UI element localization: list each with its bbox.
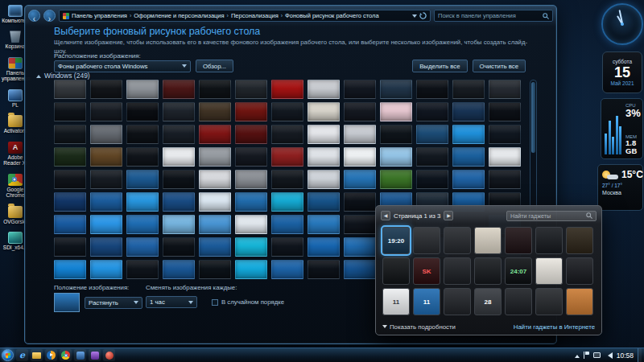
wallpaper-thumbnail[interactable] <box>163 192 195 212</box>
gadget-tile[interactable] <box>566 288 593 315</box>
forward-button[interactable] <box>43 10 56 22</box>
wallpaper-thumbnail[interactable] <box>199 125 231 144</box>
wallpaper-thumbnail[interactable] <box>308 102 340 121</box>
wallpaper-thumbnail[interactable] <box>416 147 448 167</box>
wallpaper-thumbnail[interactable] <box>344 215 376 234</box>
wallpaper-thumbnail[interactable] <box>54 80 86 99</box>
explorer-icon[interactable] <box>31 349 43 361</box>
wallpaper-thumbnail[interactable] <box>308 215 340 234</box>
wallpaper-thumbnail[interactable] <box>90 215 122 234</box>
wallpaper-thumbnail[interactable] <box>308 80 340 99</box>
wallpaper-thumbnail[interactable] <box>308 260 340 279</box>
wallpaper-thumbnail[interactable] <box>90 260 122 279</box>
wallpaper-thumbnail[interactable] <box>452 170 485 189</box>
show-details-link[interactable]: Показать подробности <box>382 323 456 331</box>
wallpaper-thumbnail[interactable] <box>344 237 376 257</box>
address-dropdown-icon[interactable] <box>412 14 417 20</box>
wallpaper-thumbnail[interactable] <box>199 80 231 99</box>
wallpaper-thumbnail[interactable] <box>452 147 485 167</box>
gadget-tile[interactable] <box>382 257 410 285</box>
volume-icon[interactable] <box>605 352 613 359</box>
wallpaper-thumbnail[interactable] <box>199 147 231 167</box>
wallpaper-thumbnail[interactable] <box>126 192 159 212</box>
wallpaper-thumbnail[interactable] <box>126 237 159 257</box>
address-bar[interactable]: Панель управления›Оформление и персонали… <box>59 10 431 22</box>
wallpaper-thumbnail[interactable] <box>489 80 521 99</box>
gadget-tile[interactable] <box>505 227 532 254</box>
wallpaper-thumbnail[interactable] <box>90 125 122 144</box>
next-page-button[interactable] <box>444 211 453 220</box>
app-red-icon[interactable] <box>103 349 115 361</box>
wallpaper-thumbnail[interactable] <box>199 102 231 121</box>
network-icon[interactable] <box>593 352 601 358</box>
show-desktop-button[interactable] <box>638 348 642 362</box>
wallpaper-thumbnail[interactable] <box>344 125 376 144</box>
wallpaper-thumbnail[interactable] <box>163 237 195 257</box>
wallpaper-thumbnail[interactable] <box>90 170 122 189</box>
gadget-tile[interactable] <box>413 227 440 254</box>
wallpaper-thumbnail[interactable] <box>235 237 267 257</box>
gadget-search-input[interactable] <box>510 212 584 220</box>
wallpaper-thumbnail[interactable] <box>271 147 303 167</box>
wallpaper-thumbnail[interactable] <box>199 192 231 212</box>
wallpaper-thumbnail[interactable] <box>452 125 485 144</box>
wallpaper-thumbnail[interactable] <box>308 192 340 212</box>
wallpaper-thumbnail[interactable] <box>126 102 159 121</box>
action-center-icon[interactable] <box>584 352 589 359</box>
shuffle-option[interactable]: В случайном порядке <box>212 298 284 306</box>
wallpaper-thumbnail[interactable] <box>308 170 340 189</box>
wallpaper-thumbnail[interactable] <box>90 192 122 212</box>
wallpaper-thumbnail[interactable] <box>271 80 303 99</box>
wallpaper-thumbnail[interactable] <box>163 102 195 121</box>
gadget-tile[interactable] <box>535 257 563 285</box>
wallpaper-thumbnail[interactable] <box>235 102 267 121</box>
wallpaper-thumbnail[interactable] <box>344 260 376 279</box>
gadget-tile[interactable] <box>444 257 471 285</box>
wallpaper-thumbnail[interactable] <box>199 170 231 189</box>
wallpaper-thumbnail[interactable] <box>90 147 122 167</box>
search-input[interactable] <box>438 12 540 19</box>
wallpaper-thumbnail[interactable] <box>271 102 303 121</box>
wallpaper-thumbnail[interactable] <box>126 215 159 234</box>
wallpaper-thumbnail[interactable] <box>90 80 122 99</box>
breadcrumb-item[interactable]: Панель управления <box>72 12 127 19</box>
wallpaper-thumbnail[interactable] <box>489 125 521 144</box>
wallpaper-thumbnail[interactable] <box>235 170 267 189</box>
wallpaper-thumbnail[interactable] <box>380 147 412 167</box>
wallpaper-thumbnail[interactable] <box>199 237 231 257</box>
gadget-tile[interactable]: 28 <box>474 288 502 315</box>
wallpaper-thumbnail[interactable] <box>54 215 86 234</box>
taskbar-clock[interactable]: 10:58 <box>617 352 634 360</box>
wallpaper-thumbnail[interactable] <box>54 170 86 189</box>
previous-page-button[interactable] <box>381 211 390 220</box>
wallpaper-thumbnail[interactable] <box>308 237 340 257</box>
gadget-tile[interactable] <box>535 288 563 315</box>
gadget-tile[interactable]: 19:20 <box>382 227 410 254</box>
gadget-tile[interactable] <box>505 288 532 315</box>
select-all-button[interactable]: Выделить все <box>412 60 467 72</box>
wallpaper-thumbnail[interactable] <box>126 147 159 167</box>
system-meter-gadget[interactable]: CPU 3% MEM 1.8 GB <box>601 98 643 159</box>
refresh-icon[interactable] <box>419 12 427 19</box>
chrome-icon[interactable] <box>60 349 72 361</box>
wallpaper-thumbnail[interactable] <box>199 215 231 234</box>
wallpaper-thumbnail[interactable] <box>344 192 376 212</box>
find-gadgets-online-link[interactable]: Найти гаджеты в Интернете <box>514 323 595 331</box>
wallpaper-thumbnail[interactable] <box>54 237 86 257</box>
wallpaper-thumbnail[interactable] <box>452 80 485 99</box>
wallpaper-thumbnail[interactable] <box>163 260 195 279</box>
gadget-tile[interactable]: SK <box>413 257 440 285</box>
position-select[interactable]: Растянуть <box>85 297 142 309</box>
wallpaper-thumbnail[interactable] <box>452 102 485 121</box>
wallpaper-thumbnail[interactable] <box>54 192 86 212</box>
location-select[interactable]: Фоны рабочего стола Windows <box>54 60 191 72</box>
wallpaper-thumbnail[interactable] <box>380 170 412 189</box>
hidden-icons-icon[interactable] <box>575 352 580 358</box>
wallpaper-thumbnail[interactable] <box>54 260 86 279</box>
scrollbar-thumb[interactable] <box>531 82 535 153</box>
gadget-tile[interactable] <box>566 257 593 285</box>
browse-button[interactable]: Обзор... <box>196 60 233 72</box>
calendar-gadget[interactable]: суббота 15 Май 2021 <box>602 51 642 93</box>
wallpaper-thumbnail[interactable] <box>416 125 448 144</box>
wallpaper-group-header[interactable]: Windows (249) <box>36 72 90 80</box>
